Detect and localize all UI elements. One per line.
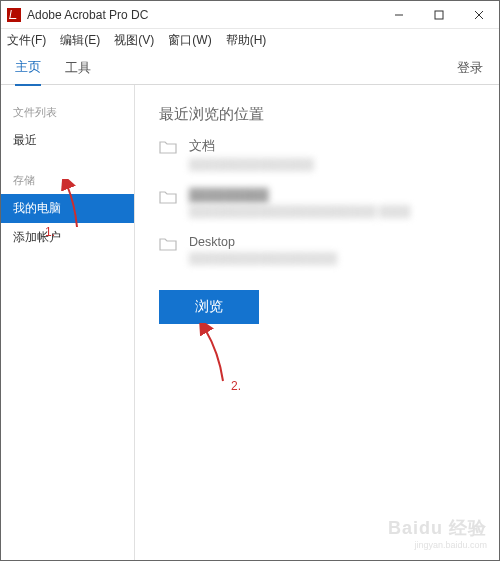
menu-view[interactable]: 视图(V) (114, 32, 154, 49)
maximize-icon (434, 10, 444, 20)
location-text: 文档 ████████████████ (189, 138, 475, 170)
location-name: █████████ (189, 188, 475, 202)
sidebar-group-files: 文件列表 (1, 105, 134, 126)
annotation-arrow-2 (195, 323, 235, 383)
menu-window[interactable]: 窗口(W) (168, 32, 211, 49)
close-icon (474, 10, 484, 20)
body-area: 文件列表 最近 存储 我的电脑 添加帐户 最近浏览的位置 文档 ████████… (1, 85, 499, 560)
annotation-label-1: 1. (45, 225, 55, 239)
svg-rect-1 (435, 11, 443, 19)
location-path: ████████████████████████ ████ (189, 205, 475, 217)
location-text: █████████ ████████████████████████ ████ (189, 188, 475, 217)
tab-home[interactable]: 主页 (15, 50, 41, 86)
sidebar-item-recent[interactable]: 最近 (1, 126, 134, 155)
location-path: ████████████████ (189, 158, 475, 170)
app-title: Adobe Acrobat Pro DC (27, 8, 379, 22)
location-text: Desktop ███████████████████ (189, 235, 475, 264)
location-item-desktop[interactable]: Desktop ███████████████████ (159, 235, 475, 264)
menu-edit[interactable]: 编辑(E) (60, 32, 100, 49)
sidebar-gap (1, 155, 134, 173)
sidebar: 文件列表 最近 存储 我的电脑 添加帐户 (1, 85, 135, 560)
tab-tools[interactable]: 工具 (65, 51, 91, 85)
watermark-main: Baidu 经验 (388, 516, 487, 540)
location-name: 文档 (189, 138, 475, 155)
location-item-documents[interactable]: 文档 ████████████████ (159, 138, 475, 170)
sidebar-group-storage: 存储 (1, 173, 134, 194)
menu-file[interactable]: 文件(F) (7, 32, 46, 49)
browse-button[interactable]: 浏览 (159, 290, 259, 324)
window-controls (379, 1, 499, 28)
maximize-button[interactable] (419, 1, 459, 28)
content-pane: 最近浏览的位置 文档 ████████████████ █████████ ██… (135, 85, 499, 560)
titlebar: Adobe Acrobat Pro DC (1, 1, 499, 29)
watermark-sub: jingyan.baidu.com (388, 540, 487, 550)
section-title: 最近浏览的位置 (159, 105, 475, 124)
app-window: Adobe Acrobat Pro DC 文件(F) 编辑(E) 视图(V) 窗… (0, 0, 500, 561)
location-path: ███████████████████ (189, 252, 475, 264)
watermark: Baidu 经验 jingyan.baidu.com (388, 516, 487, 550)
annotation-label-2: 2. (231, 379, 241, 393)
close-button[interactable] (459, 1, 499, 28)
sidebar-item-my-computer[interactable]: 我的电脑 (1, 194, 134, 223)
folder-icon (159, 140, 177, 154)
folder-icon (159, 237, 177, 251)
folder-icon (159, 190, 177, 204)
menubar: 文件(F) 编辑(E) 视图(V) 窗口(W) 帮助(H) (1, 29, 499, 51)
location-name: Desktop (189, 235, 475, 249)
minimize-icon (394, 10, 404, 20)
tabbar: 主页 工具 登录 (1, 51, 499, 85)
minimize-button[interactable] (379, 1, 419, 28)
app-icon (7, 8, 21, 22)
location-item-2[interactable]: █████████ ████████████████████████ ████ (159, 188, 475, 217)
login-link[interactable]: 登录 (457, 59, 483, 77)
menu-help[interactable]: 帮助(H) (226, 32, 267, 49)
sidebar-item-add-account[interactable]: 添加帐户 (1, 223, 134, 252)
